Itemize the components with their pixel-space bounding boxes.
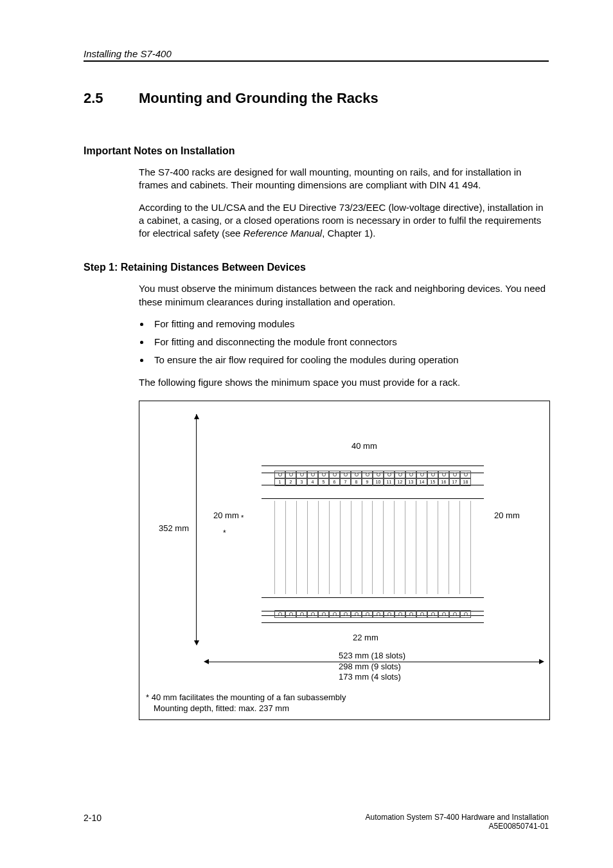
right-clearance: 20 mm	[494, 511, 520, 520]
step1-heading: Step 1: Retaining Distances Between Devi…	[84, 262, 549, 273]
width-18: 523 mm (18 slots)	[339, 651, 405, 660]
page-number: 2-10	[84, 813, 102, 823]
step1-p1: You must observe the minimum distances b…	[139, 282, 549, 309]
step1-li3: To ensure the air flow required for cool…	[150, 354, 549, 366]
bottom-clearance: 22 mm	[353, 633, 378, 642]
notes-p2: According to the UL/CSA and the EU Direc…	[139, 201, 549, 240]
notes-p1: The S7-400 racks are designed for wall m…	[139, 166, 549, 192]
top-clearance: 40 mm	[351, 441, 377, 451]
step1-list: For fitting and removing modules For fit…	[139, 318, 549, 367]
rack-drawing: 123456789101112131415161718	[262, 466, 484, 623]
left-clearance: 20 mm	[213, 511, 239, 520]
figure-footnotes: * 40 mm facilitates the mounting of a fa…	[146, 692, 346, 714]
section-title: 2.5Mounting and Grounding the Racks	[84, 90, 549, 107]
step1-p2: The following figure shows the minimum s…	[139, 376, 549, 389]
step1-li2: For fitting and disconnecting the module…	[150, 336, 549, 348]
page-footer: 2-10 Automation System S7-400 Hardware a…	[84, 813, 549, 831]
width-9: 298 mm (9 slots)	[339, 662, 401, 671]
section-title-text: Mounting and Grounding the Racks	[139, 90, 378, 106]
step1-li1: For fitting and removing modules	[150, 318, 549, 330]
width-4: 173 mm (4 slots)	[339, 672, 401, 682]
clearance-figure: 352 mm 40 mm 20 mm * 20 mm * 12345678910…	[139, 401, 550, 720]
running-header: Installing the S7-400	[84, 48, 549, 62]
notes-heading: Important Notes on Installation	[84, 145, 549, 157]
section-number: 2.5	[84, 90, 139, 107]
star-mark: *	[223, 529, 226, 538]
height-label: 352 mm	[159, 523, 189, 533]
